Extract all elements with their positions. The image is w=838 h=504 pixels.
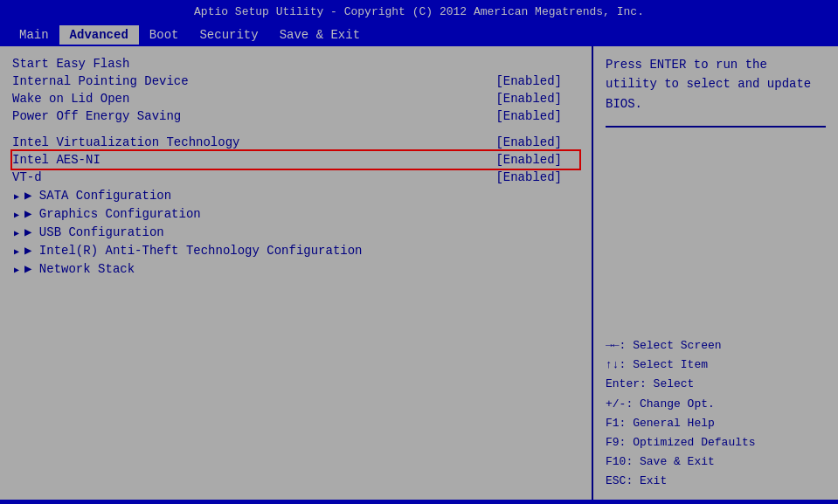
menu-item-intel-aes[interactable]: Intel AES-NI[Enabled] [12, 151, 579, 169]
menu-label-intel-aes: Intel AES-NI [12, 153, 100, 167]
menu-value-intel-virt: [Enabled] [495, 135, 562, 149]
shortcut-item-0: →←: Select Screen [606, 336, 826, 356]
menu-value-power-off-energy: [Enabled] [495, 109, 562, 123]
menu-label-start-easy-flash: Start Easy Flash [12, 57, 129, 71]
menu-label-vt-d: VT-d [12, 170, 42, 184]
menu-value-intel-aes: [Enabled] [495, 153, 562, 167]
menu-label-intel-antitheft: ▶ Intel(R) Anti-Theft Technology Configu… [14, 243, 363, 258]
menu-label-usb-config: ▶ USB Configuration [14, 224, 164, 239]
help-description: Press ENTER to run the utility to select… [606, 55, 826, 114]
menu-item-usb-config[interactable]: ▶ USB Configuration [12, 223, 579, 241]
nav-item-main[interactable]: Main [9, 25, 59, 45]
menu-item-wake-on-lid[interactable]: Wake on Lid Open[Enabled] [12, 90, 579, 107]
menu-label-wake-on-lid: Wake on Lid Open [12, 92, 129, 106]
menu-label-internal-pointing: Internal Pointing Device [12, 74, 189, 88]
menu-label-network-stack: ▶ Network Stack [14, 261, 135, 276]
menu-item-network-stack[interactable]: ▶ Network Stack [12, 259, 579, 278]
menu-spacer [12, 125, 579, 134]
menu-item-intel-antitheft[interactable]: ▶ Intel(R) Anti-Theft Technology Configu… [12, 241, 579, 259]
menu-item-sata-config[interactable]: ▶ SATA Configuration [12, 186, 579, 204]
title-bar: Aptio Setup Utility - Copyright (C) 2012… [0, 0, 838, 24]
shortcut-item-1: ↑↓: Select Item [606, 356, 826, 375]
left-panel: Start Easy FlashInternal Pointing Device… [0, 46, 593, 500]
nav-bar: MainAdvancedBootSecuritySave & Exit [0, 24, 838, 46]
menu-item-start-easy-flash[interactable]: Start Easy Flash [12, 55, 579, 72]
menu-value-vt-d: [Enabled] [495, 170, 562, 184]
menu-label-power-off-energy: Power Off Energy Saving [12, 109, 181, 123]
shortcuts-container: →←: Select Screen↑↓: Select ItemEnter: S… [606, 336, 826, 491]
nav-item-security[interactable]: Security [189, 25, 268, 45]
shortcut-item-5: F9: Optimized Defaults [606, 433, 826, 452]
menu-item-internal-pointing[interactable]: Internal Pointing Device[Enabled] [12, 72, 579, 90]
shortcut-item-3: +/-: Change Opt. [606, 395, 826, 414]
right-panel: Press ENTER to run the utility to select… [593, 46, 838, 500]
menu-item-graphics-config[interactable]: ▶ Graphics Configuration [12, 204, 579, 223]
menu-item-vt-d[interactable]: VT-d[Enabled] [12, 169, 579, 186]
menu-label-intel-virt: Intel Virtualization Technology [12, 135, 239, 149]
menu-label-graphics-config: ▶ Graphics Configuration [14, 206, 201, 221]
shortcut-item-4: F1: General Help [606, 414, 826, 433]
menu-item-intel-virt[interactable]: Intel Virtualization Technology[Enabled] [12, 134, 579, 151]
shortcut-item-7: ESC: Exit [606, 472, 826, 491]
nav-item-boot[interactable]: Boot [139, 25, 190, 45]
shortcut-item-6: F10: Save & Exit [606, 452, 826, 472]
shortcut-item-2: Enter: Select [606, 375, 826, 394]
menu-value-internal-pointing: [Enabled] [495, 74, 562, 88]
title-text: Aptio Setup Utility - Copyright (C) 2012… [194, 5, 644, 18]
help-divider [606, 126, 826, 128]
menu-item-power-off-energy[interactable]: Power Off Energy Saving[Enabled] [12, 107, 579, 125]
nav-item-advanced[interactable]: Advanced [59, 25, 139, 45]
menu-value-wake-on-lid: [Enabled] [495, 92, 562, 106]
menu-label-sata-config: ▶ SATA Configuration [14, 188, 171, 203]
nav-item-save---exit[interactable]: Save & Exit [269, 25, 371, 45]
